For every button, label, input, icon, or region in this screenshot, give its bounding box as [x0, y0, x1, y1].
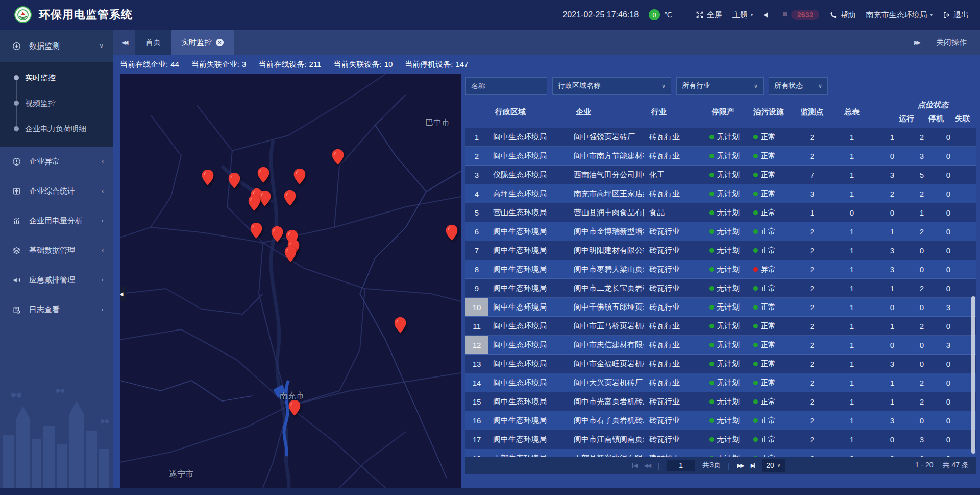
- table-row[interactable]: 15阆中生态环境局阆中市光富页岩机砖厂砖瓦行业无计划正常21120: [465, 392, 976, 411]
- tabs-scroll-right-icon[interactable]: ▶▶: [914, 39, 919, 46]
- close-icon[interactable]: ×: [216, 39, 224, 46]
- help-button[interactable]: 帮助: [829, 10, 855, 20]
- meters-cell: 1: [828, 279, 876, 297]
- points-cell: 2: [796, 411, 828, 430]
- stop-limit-cell: 无计划: [704, 317, 753, 335]
- previous-page-icon[interactable]: ◀◀: [644, 462, 650, 469]
- logout-button[interactable]: 退出: [943, 10, 969, 20]
- region-cell: 阆中生态环境局: [488, 260, 569, 278]
- table-row[interactable]: 6阆中生态环境局阆中市金博瑞新型墙材砖瓦行业无计划正常21120: [465, 222, 976, 241]
- running-cell: 0: [876, 336, 909, 354]
- points-cell: 6: [796, 449, 828, 457]
- sidebar-item-enterprise-statistics[interactable]: 企业综合统计 ‹: [0, 176, 113, 206]
- table-row[interactable]: 5营山生态环境局营山县润丰肉食品有限食品无计划正常10010: [465, 203, 976, 222]
- table-row[interactable]: 3仪陇生态环境局西南油气田分公司川中化工无计划正常71350: [465, 166, 976, 184]
- table-row[interactable]: 16阆中生态环境局阆中市石子页岩机砖厂砖瓦行业无计划正常21300: [465, 411, 976, 430]
- industry-cell: 砖瓦行业: [644, 222, 704, 241]
- row-index: 18: [465, 449, 488, 457]
- map-pin[interactable]: [259, 191, 271, 206]
- map-pin[interactable]: [229, 173, 240, 188]
- page-number-input[interactable]: [667, 460, 695, 471]
- company-cell: 阆中市二龙长宝页岩砖: [569, 279, 644, 297]
- table-row[interactable]: 11阆中生态环境局阆中市五马桥页岩机砖砖瓦行业无计划正常21120: [465, 317, 976, 336]
- theme-dropdown[interactable]: 主题▾: [732, 10, 753, 20]
- table-row[interactable]: 4高坪生态环境局南充市高坪区王家店建砖瓦行业无计划正常31220: [465, 184, 976, 203]
- map-pin[interactable]: [332, 149, 344, 165]
- status-dot-icon: [709, 229, 714, 234]
- sidebar-item-enterprise-abnormal[interactable]: 企业异常 ‹: [0, 147, 113, 176]
- table-row[interactable]: 8阆中生态环境局阆中市枣碧大梁山页岩砖瓦行业无计划异常21300: [465, 260, 976, 279]
- sidebar-item-log-view[interactable]: 日志查看 ‹: [0, 295, 113, 324]
- map-pin[interactable]: [446, 225, 458, 241]
- map-pin[interactable]: [251, 223, 262, 239]
- sidebar-item-data-monitoring[interactable]: 数据监测 ∨: [0, 30, 113, 62]
- facility-cell: 异常: [753, 260, 796, 278]
- map-pin[interactable]: [272, 226, 283, 242]
- sidebar-item-emergency-reduction[interactable]: 应急减排管理 ‹: [0, 265, 113, 295]
- column-header-region: 行政区域: [488, 96, 569, 128]
- close-operations-button[interactable]: 关闭操作: [936, 38, 967, 48]
- chevron-left-icon: ‹: [102, 276, 104, 284]
- temperature-badge: 0: [649, 9, 660, 20]
- next-page-icon[interactable]: ▶▶: [737, 462, 744, 469]
- industry-cell: 砖瓦行业: [644, 128, 704, 146]
- notifications[interactable]: 2632: [781, 10, 819, 20]
- table-row[interactable]: 18南部生态环境局南部县新兴水泥有限公建材加工无计划正常60060: [465, 449, 976, 457]
- fullscreen-button[interactable]: 全屏: [696, 10, 722, 20]
- sound-button[interactable]: [763, 11, 771, 19]
- industry-cell: 砖瓦行业: [644, 355, 704, 373]
- table-row[interactable]: 12阆中生态环境局阆中市忠信建材有限公砖瓦行业无计划正常21003: [465, 336, 976, 355]
- tabs-scroll-left-icon[interactable]: ◀◀: [113, 30, 135, 55]
- map-pin[interactable]: [285, 246, 297, 262]
- table-row[interactable]: 17阆中生态环境局阆中市江南镇阆南页岩砖瓦行业无计划正常21030: [465, 430, 976, 449]
- pagination-controls: ◀ ◀◀ | 共3页 | ▶▶ ▶ 20 ∨: [632, 459, 785, 472]
- name-filter-input[interactable]: [465, 77, 547, 95]
- running-cell: 3: [876, 411, 909, 430]
- table-row[interactable]: 9阆中生态环境局阆中市二龙长宝页岩砖砖瓦行业无计划正常21120: [465, 279, 976, 298]
- first-page-icon[interactable]: ◀: [632, 462, 636, 469]
- last-page-icon[interactable]: ▶: [751, 462, 755, 469]
- industry-filter-select[interactable]: 所有行业 ∨: [676, 77, 764, 95]
- map-pin[interactable]: [395, 317, 406, 333]
- sidebar-item-power-analysis[interactable]: 企业用电量分析 ‹: [0, 206, 113, 235]
- table-scrollbar[interactable]: [971, 296, 975, 454]
- sidebar-item-video-monitor[interactable]: 视频监控: [0, 90, 113, 116]
- map-pin[interactable]: [284, 190, 296, 206]
- lost-cell: 0: [935, 317, 962, 335]
- map-pin[interactable]: [289, 400, 301, 416]
- page-size-select[interactable]: 20 ∨: [762, 459, 785, 472]
- map-pin[interactable]: [294, 169, 306, 184]
- meters-cell: 1: [828, 128, 876, 146]
- company-cell: 阆中明阳建材有限公司: [569, 241, 644, 260]
- table-row[interactable]: 14阆中生态环境局阆中大兴页岩机砖厂砖瓦行业无计划正常21120: [465, 373, 976, 392]
- map-city-label: 遂宁市: [169, 469, 193, 480]
- map-canvas[interactable]: ◀ 巴中市南充市遂宁市: [120, 74, 461, 488]
- tab-realtime-monitor[interactable]: 实时监控 ×: [171, 30, 234, 55]
- status-filter-select[interactable]: 所有状态 ∨: [769, 77, 828, 95]
- panel-collapse-button[interactable]: ◀: [120, 287, 126, 301]
- map-pin[interactable]: [202, 170, 214, 185]
- stop-limit-cell: 无计划: [704, 298, 753, 316]
- region-filter-select[interactable]: 行政区域名称 ∨: [552, 77, 671, 95]
- sidebar-item-power-load-detail[interactable]: 企业电力负荷明细: [0, 116, 113, 142]
- meters-cell: 1: [828, 392, 876, 411]
- stop-limit-cell: 无计划: [704, 128, 753, 146]
- stop-limit-cell: 无计划: [704, 279, 753, 297]
- running-cell: 0: [876, 203, 909, 222]
- chevron-down-icon: ∨: [777, 463, 781, 468]
- table-row[interactable]: 2阆中生态环境局阆中市南方节能建材有砖瓦行业无计划正常21030: [465, 147, 976, 166]
- table-row[interactable]: 10阆中生态环境局阆中千佛镇五郎垭页岩砖瓦行业无计划正常21003: [465, 298, 976, 317]
- tab-home[interactable]: 首页: [135, 30, 171, 55]
- org-dropdown[interactable]: 南充市生态环境局▾: [866, 10, 933, 20]
- submenu-dot-icon: [14, 75, 19, 80]
- map-pin[interactable]: [249, 195, 260, 211]
- company-cell: 阆中市金博瑞新型墙材: [569, 222, 644, 241]
- sidebar-item-base-data[interactable]: 基础数据管理 ‹: [0, 235, 113, 265]
- sidebar-item-realtime-monitor[interactable]: 实时监控: [0, 65, 113, 90]
- table-row[interactable]: 13阆中生态环境局阆中市金福旺页岩机砖砖瓦行业无计划正常21300: [465, 355, 976, 373]
- table-row[interactable]: 7阆中生态环境局阆中明阳建材有限公司砖瓦行业无计划正常21300: [465, 241, 976, 260]
- industry-cell: 砖瓦行业: [644, 241, 704, 260]
- map-pin[interactable]: [258, 167, 270, 183]
- pagination-bar: ◀ ◀◀ | 共3页 | ▶▶ ▶ 20 ∨ 1 - 20 共 47 条: [465, 457, 976, 474]
- table-row[interactable]: 1阆中生态环境局阆中强锐页岩砖厂砖瓦行业无计划正常21120: [465, 128, 976, 147]
